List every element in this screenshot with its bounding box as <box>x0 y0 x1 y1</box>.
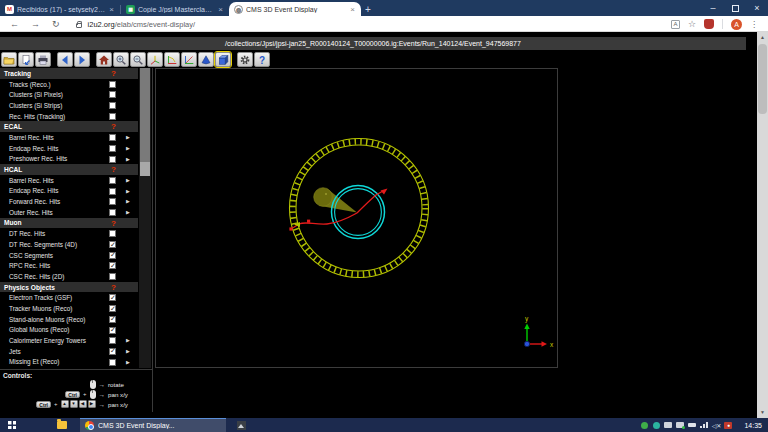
section-help-icon[interactable]: ? <box>111 165 116 174</box>
sidebar-row[interactable]: Muon ? ▶ <box>0 218 138 229</box>
expand-arrow-icon[interactable]: ▶ <box>126 348 130 354</box>
close-tab-icon[interactable]: × <box>108 5 115 14</box>
view-cube-3d-button[interactable] <box>215 52 231 67</box>
taskbar-active-app[interactable]: CMS 3D Event Display... <box>80 418 226 432</box>
close-tab-icon[interactable]: × <box>349 5 356 14</box>
network-tray-icon[interactable] <box>700 421 708 429</box>
sidebar-row[interactable]: CSC Rec. Hits (2D) ? ▶ <box>0 271 138 282</box>
sidebar-row[interactable]: Global Muons (Reco) ? ▶ <box>0 325 138 336</box>
sidebar-scrollbar[interactable] <box>139 68 151 368</box>
sidebar-row[interactable]: ECAL ? ▶ <box>0 121 138 132</box>
view-solid-3d-button[interactable] <box>198 52 214 67</box>
expand-arrow-icon[interactable]: ▶ <box>126 134 130 140</box>
reload-button[interactable]: ↻ <box>52 19 60 29</box>
visibility-checkbox[interactable] <box>109 294 116 301</box>
sidebar-row[interactable]: Missing Et (Reco) ? ▶ <box>0 357 138 368</box>
previous-event-button[interactable] <box>57 52 73 67</box>
screen-capture-tray-icon[interactable]: ● <box>724 421 732 429</box>
battery-tray-icon[interactable] <box>688 421 696 429</box>
visibility-checkbox[interactable] <box>109 252 116 259</box>
section-help-icon[interactable]: ? <box>111 122 116 131</box>
expand-arrow-icon[interactable]: ▶ <box>126 156 130 162</box>
sidebar-row[interactable]: Outer Rec. Hits ? ▶ <box>0 207 138 218</box>
sidebar-row[interactable]: Clusters (Si Pixels) ? ▶ <box>0 89 138 100</box>
profile-avatar[interactable]: A <box>731 19 742 30</box>
close-tab-icon[interactable]: × <box>217 5 224 14</box>
sidebar-row[interactable]: Barrel Rec. Hits ? ▶ <box>0 132 138 143</box>
view-3d-axes-button[interactable] <box>147 52 163 67</box>
expand-arrow-icon[interactable]: ▶ <box>126 177 130 183</box>
section-help-icon[interactable]: ? <box>111 283 116 292</box>
sidebar-scrollbar-thumb[interactable] <box>140 68 150 162</box>
scroll-down-icon[interactable]: ▼ <box>757 407 768 418</box>
sidebar-row[interactable]: DT Rec. Segments (4D) ? ▶ <box>0 239 138 250</box>
next-event-button[interactable] <box>74 52 90 67</box>
visibility-checkbox[interactable] <box>109 209 116 216</box>
expand-arrow-icon[interactable]: ▶ <box>126 209 130 215</box>
visibility-checkbox[interactable] <box>109 305 116 312</box>
visibility-checkbox[interactable] <box>109 188 116 195</box>
close-window-button[interactable]: × <box>746 0 768 16</box>
view-rphi-button[interactable] <box>181 52 197 67</box>
visibility-checkbox[interactable] <box>109 198 116 205</box>
page-scrollbar[interactable]: ▲ ▼ <box>757 32 768 418</box>
section-help-icon[interactable]: ? <box>111 219 116 228</box>
sidebar-row[interactable]: DT Rec. Hits ? ▶ <box>0 228 138 239</box>
chrome-menu-icon[interactable]: ⋮ <box>750 20 758 29</box>
visibility-checkbox[interactable] <box>109 348 116 355</box>
visibility-checkbox[interactable] <box>109 337 116 344</box>
expand-arrow-icon[interactable]: ▶ <box>126 198 130 204</box>
visibility-checkbox[interactable] <box>109 91 116 98</box>
sidebar-row[interactable]: Jets ? ▶ <box>0 346 138 357</box>
sidebar-row[interactable]: RPC Rec. Hits ? ▶ <box>0 260 138 271</box>
taskbar-clock[interactable]: 14:35 <box>744 422 762 429</box>
back-button[interactable]: ← <box>10 19 19 29</box>
visibility-checkbox[interactable] <box>109 156 116 163</box>
maximize-button[interactable] <box>724 0 746 16</box>
start-button[interactable] <box>0 418 24 432</box>
home-view-button[interactable] <box>96 52 112 67</box>
sidebar-row[interactable]: Forward Rec. Hits ? ▶ <box>0 196 138 207</box>
expand-arrow-icon[interactable]: ▶ <box>126 359 130 365</box>
tab-sheets[interactable]: ▦ Copie J/psi Masterclass 2020 - H × <box>121 2 229 16</box>
sidebar-row[interactable]: Clusters (Si Strips) ? ▶ <box>0 100 138 111</box>
sidebar-row[interactable]: Physics Objects ? ▶ <box>0 282 138 293</box>
visibility-checkbox[interactable] <box>109 316 116 323</box>
forward-button[interactable]: → <box>31 19 40 29</box>
sidebar-row[interactable]: Stand-alone Muons (Reco) ? ▶ <box>0 314 138 325</box>
visibility-checkbox[interactable] <box>109 102 116 109</box>
expand-arrow-icon[interactable]: ▶ <box>126 145 130 151</box>
expand-arrow-icon[interactable]: ▶ <box>126 188 130 194</box>
help-button[interactable]: ? <box>254 52 270 67</box>
sidebar-row[interactable]: Tracker Muons (Reco) ? ▶ <box>0 303 138 314</box>
sidebar-row[interactable]: Endcap Rec. Hits ? ▶ <box>0 143 138 154</box>
bookmark-star-icon[interactable]: ☆ <box>688 19 696 29</box>
visibility-checkbox[interactable] <box>109 359 116 366</box>
photos-app-button[interactable] <box>230 418 252 432</box>
export-event-button[interactable] <box>18 52 34 67</box>
sidebar-row[interactable]: Preshower Rec. Hits ? ▶ <box>0 154 138 165</box>
visibility-checkbox[interactable] <box>109 327 116 334</box>
zoom-out-button[interactable] <box>130 52 146 67</box>
visibility-checkbox[interactable] <box>109 262 116 269</box>
visibility-checkbox[interactable] <box>109 81 116 88</box>
sidebar-row[interactable]: Barrel Rec. Hits ? ▶ <box>0 175 138 186</box>
event-display-canvas[interactable]: y x <box>155 68 558 368</box>
sidebar-row[interactable]: Calorimeter Energy Towers ? ▶ <box>0 335 138 346</box>
sidebar-row[interactable]: Endcap Rec. Hits ? ▶ <box>0 186 138 197</box>
remote-access-tray-icon[interactable] <box>652 421 660 429</box>
visibility-checkbox[interactable] <box>109 113 116 120</box>
volume-muted-icon[interactable]: ◁✕ <box>712 421 720 429</box>
zoom-in-button[interactable] <box>113 52 129 67</box>
visibility-checkbox[interactable] <box>109 273 116 280</box>
minimize-button[interactable]: – <box>702 0 724 16</box>
visibility-checkbox[interactable] <box>109 134 116 141</box>
visibility-checkbox[interactable] <box>109 241 116 248</box>
sidebar-row[interactable]: Electron Tracks (GSF) ? ▶ <box>0 292 138 303</box>
antivirus-tray-icon[interactable] <box>640 421 648 429</box>
url-field[interactable]: i2u2.org/elab/cms/event-display/ <box>88 20 196 29</box>
adblock-extension-icon[interactable] <box>704 19 714 29</box>
visibility-checkbox[interactable] <box>109 177 116 184</box>
sidebar-row[interactable]: CSC Segments ? ▶ <box>0 250 138 261</box>
sidebar-row[interactable]: Tracking ? ▶ <box>0 68 138 79</box>
